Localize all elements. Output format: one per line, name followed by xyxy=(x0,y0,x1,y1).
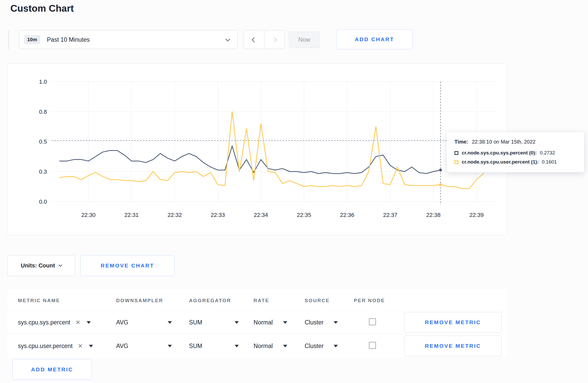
caret-down-icon xyxy=(168,345,172,347)
toolbar-divider xyxy=(8,31,9,49)
svg-text:22:34: 22:34 xyxy=(254,212,268,218)
user-series-swatch-icon xyxy=(454,160,458,164)
svg-text:1.0: 1.0 xyxy=(39,79,47,85)
column-header-metric-name: METRIC NAME xyxy=(18,298,60,303)
svg-text:0.5: 0.5 xyxy=(39,138,47,145)
metrics-table-header: METRIC NAME DOWNSAMPLER AGGREGATOR RATE … xyxy=(7,289,507,310)
svg-text:0.3: 0.3 xyxy=(39,168,47,175)
tooltip-series-row: cr.node.sys.cpu.sys.percent (0): 0.2732 xyxy=(454,150,576,156)
remove-metric-button[interactable]: REMOVE METRIC xyxy=(404,312,502,333)
time-nav-group xyxy=(244,30,285,49)
time-range-label: Past 10 Minutes xyxy=(47,36,226,43)
caret-down-icon xyxy=(235,321,239,324)
caret-down-icon xyxy=(87,321,91,324)
caret-down-icon xyxy=(334,345,338,347)
aggregator-select[interactable]: SUM xyxy=(189,319,239,326)
svg-text:0.8: 0.8 xyxy=(39,109,47,115)
chart-card: 0.00.30.50.81.022:3022:3122:3222:3322:34… xyxy=(7,64,507,235)
remove-metric-button[interactable]: REMOVE METRIC xyxy=(404,336,502,356)
next-time-button[interactable] xyxy=(264,31,284,49)
svg-text:22:36: 22:36 xyxy=(340,212,354,218)
units-select[interactable]: Units: Count xyxy=(7,255,75,276)
time-range-chip: 10m xyxy=(24,35,40,44)
downsampler-value: AVG xyxy=(116,319,128,326)
tooltip-time-label: Time: xyxy=(454,139,468,145)
tooltip-time-value: 22:38:10 on Mar 15th, 2022 xyxy=(472,139,536,145)
close-icon[interactable]: ✕ xyxy=(75,320,80,325)
tooltip-series-label: cr.node.sys.cpu.user.percent (1): xyxy=(462,159,539,165)
svg-text:22:30: 22:30 xyxy=(81,212,95,218)
metric-name-label: sys.cpu.sys.percent xyxy=(18,319,70,326)
downsampler-value: AVG xyxy=(116,343,128,350)
svg-text:22:37: 22:37 xyxy=(383,212,397,218)
metric-name-select[interactable]: sys.cpu.user.percent ✕ xyxy=(18,343,106,350)
column-header-source: SOURCE xyxy=(305,298,330,303)
svg-text:0.0: 0.0 xyxy=(39,198,47,205)
caret-down-icon xyxy=(334,321,338,324)
add-chart-button[interactable]: ADD CHART xyxy=(336,29,413,49)
close-icon[interactable]: ✕ xyxy=(78,343,83,349)
downsampler-select[interactable]: AVG xyxy=(116,343,172,350)
svg-text:22:38: 22:38 xyxy=(426,212,440,218)
per-node-checkbox[interactable] xyxy=(369,342,376,349)
caret-down-icon xyxy=(89,345,93,347)
metrics-table: METRIC NAME DOWNSAMPLER AGGREGATOR RATE … xyxy=(7,289,507,358)
caret-down-icon xyxy=(283,345,287,347)
caret-down-icon xyxy=(235,345,239,347)
metric-row: sys.cpu.sys.percent ✕ AVG SUM Normal Clu… xyxy=(7,310,507,334)
svg-text:22:31: 22:31 xyxy=(124,212,139,218)
remove-chart-button[interactable]: REMOVE CHART xyxy=(80,255,174,276)
svg-text:22:33: 22:33 xyxy=(211,212,225,218)
source-value: Cluster xyxy=(305,343,324,350)
caret-down-icon xyxy=(168,321,172,324)
rate-select[interactable]: Normal xyxy=(254,319,287,326)
chevron-down-icon xyxy=(225,37,230,41)
rate-select[interactable]: Normal xyxy=(254,343,287,350)
metric-row: sys.cpu.user.percent ✕ AVG SUM Normal Cl… xyxy=(7,334,507,358)
tooltip-series-label: cr.node.sys.cpu.sys.percent (0): xyxy=(462,150,537,156)
column-header-rate: RATE xyxy=(254,298,269,303)
downsampler-select[interactable]: AVG xyxy=(116,319,172,326)
tooltip-series-value: 0.2732 xyxy=(540,150,555,156)
tooltip-time-row: Time:22:38:10 on Mar 15th, 2022 xyxy=(454,139,576,145)
time-range-select[interactable]: 10m Past 10 Minutes xyxy=(19,30,237,49)
aggregator-select[interactable]: SUM xyxy=(189,343,239,350)
column-header-aggregator: AGGREGATOR xyxy=(189,298,231,303)
caret-down-icon xyxy=(283,321,287,324)
units-label: Units: Count xyxy=(21,262,55,269)
svg-text:22:35: 22:35 xyxy=(297,212,311,218)
chevron-down-icon xyxy=(59,263,62,267)
source-select[interactable]: Cluster xyxy=(305,343,338,350)
page-title: Custom Chart xyxy=(10,3,74,14)
aggregator-value: SUM xyxy=(189,319,202,326)
aggregator-value: SUM xyxy=(189,343,202,350)
chart-tooltip: Time:22:38:10 on Mar 15th, 2022 cr.node.… xyxy=(446,132,584,172)
add-metric-button[interactable]: ADD METRIC xyxy=(12,359,92,380)
metric-name-select[interactable]: sys.cpu.sys.percent ✕ xyxy=(18,319,106,326)
rate-value: Normal xyxy=(254,343,273,350)
rate-value: Normal xyxy=(254,319,273,326)
chart-canvas[interactable]: 0.00.30.50.81.022:3022:3122:3222:3322:34… xyxy=(8,64,507,236)
chevron-left-icon xyxy=(252,37,256,42)
tooltip-series-row: cr.node.sys.cpu.user.percent (1): 0.1601 xyxy=(454,159,576,165)
column-header-per-node: PER NODE xyxy=(354,298,385,303)
chevron-right-icon xyxy=(272,37,277,42)
source-value: Cluster xyxy=(305,319,324,326)
metric-name-label: sys.cpu.user.percent xyxy=(18,343,73,350)
sys-series-swatch-icon xyxy=(454,151,458,155)
source-select[interactable]: Cluster xyxy=(305,319,338,326)
tooltip-series-value: 0.1601 xyxy=(542,159,557,165)
prev-time-button[interactable] xyxy=(244,31,264,49)
column-header-downsampler: DOWNSAMPLER xyxy=(116,298,163,303)
per-node-checkbox[interactable] xyxy=(369,318,376,325)
svg-text:22:32: 22:32 xyxy=(167,212,182,218)
svg-text:22:39: 22:39 xyxy=(469,212,484,218)
now-button[interactable]: Now xyxy=(289,32,320,48)
